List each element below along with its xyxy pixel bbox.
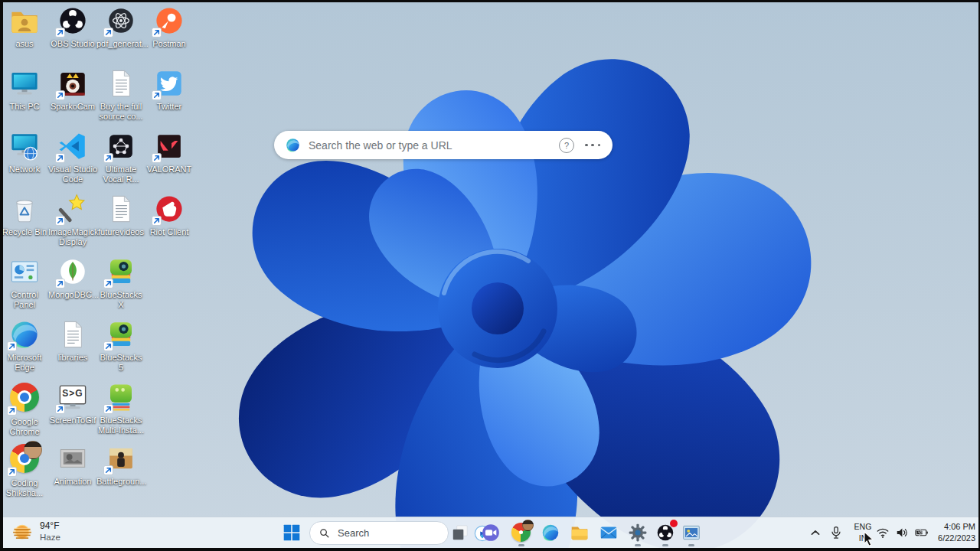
desktop-icon-control-panel[interactable]: Control Panel bbox=[0, 256, 49, 317]
desktop-icon-coding-shiksha[interactable]: Coding Shiksha... bbox=[0, 442, 49, 504]
desktop-icon-label: Control Panel bbox=[0, 290, 49, 310]
desktop-icon-label: Recycle Bin bbox=[0, 227, 49, 237]
desktop-icon-network[interactable]: Network bbox=[0, 130, 49, 191]
desktop-icon-this-pc[interactable]: This PC bbox=[0, 67, 49, 129]
running-indicator bbox=[688, 544, 694, 546]
desktop-icon-riot-client[interactable]: Riot Client bbox=[145, 193, 194, 254]
desktop-icon-animation[interactable]: Animation bbox=[48, 442, 97, 504]
shortcut-arrow-icon bbox=[152, 28, 162, 37]
clock-date: 6/22/2023 bbox=[938, 533, 975, 544]
desktop-icon-label: ImageMagick Display bbox=[48, 227, 97, 247]
shortcut-arrow-icon bbox=[55, 404, 65, 414]
desktop-icon-bluestacks-multi[interactable]: BlueStacks Multi-Insta... bbox=[96, 381, 145, 442]
chrome-profile-avatar bbox=[522, 520, 534, 531]
tray-microphone[interactable] bbox=[828, 525, 844, 540]
desktop-icon-battlegrounds[interactable]: Battlegroun... bbox=[96, 442, 145, 504]
tray-chevron-up[interactable] bbox=[808, 525, 823, 540]
desktop-icon-imagemagick[interactable]: ImageMagick Display bbox=[48, 193, 97, 254]
desktop-icon-sparkocam[interactable]: SparkoCam bbox=[48, 67, 97, 129]
shortcut-arrow-icon bbox=[152, 216, 162, 226]
shortcut-arrow-icon bbox=[7, 341, 17, 351]
letterbox-bottom bbox=[0, 548, 980, 551]
clock-time: 4:06 PM bbox=[938, 521, 975, 533]
taskbar: 94°F Haze bbox=[0, 517, 980, 548]
running-indicator bbox=[662, 544, 668, 546]
desktop-icon-label: MongoDBC... bbox=[48, 290, 97, 300]
shortcut-arrow-icon bbox=[55, 28, 65, 37]
taskbar-app-chrome[interactable] bbox=[511, 523, 531, 543]
desktop-icon-bluestacks-x[interactable]: BlueStacks X bbox=[96, 256, 145, 317]
desktop-icon-label: pdf_generat... bbox=[96, 39, 145, 49]
desktop-icon-asus[interactable]: asus bbox=[0, 5, 49, 66]
gear-icon bbox=[628, 523, 648, 543]
network-globe-icon bbox=[8, 130, 41, 162]
tray-wifi[interactable] bbox=[875, 525, 890, 540]
tray-battery[interactable] bbox=[913, 525, 930, 540]
taskbar-app-settings[interactable] bbox=[628, 523, 648, 543]
desktop-icon-bluestacks-5[interactable]: BlueStacks 5 bbox=[96, 318, 145, 380]
start-button[interactable] bbox=[282, 523, 302, 543]
taskbar-app-edge[interactable] bbox=[541, 523, 560, 543]
taskbar-search-box[interactable] bbox=[309, 521, 449, 545]
screentogif-glyph: S>G bbox=[57, 388, 89, 399]
shortcut-arrow-icon bbox=[103, 404, 113, 414]
wallpaper-bloom bbox=[147, 43, 855, 548]
taskbar-app-media-window[interactable] bbox=[681, 523, 701, 543]
wifi-icon bbox=[875, 525, 890, 540]
notification-badge bbox=[670, 520, 678, 527]
shortcut-arrow-icon bbox=[7, 467, 17, 477]
desktop-icon-label: Ultimate Vocal R... bbox=[96, 165, 145, 184]
shortcut-arrow-icon bbox=[152, 153, 162, 163]
edge-icon bbox=[541, 523, 560, 543]
desktop-icon-futurevideos[interactable]: futurevideos bbox=[96, 193, 145, 254]
desktop-icon-microsoft-edge[interactable]: Microsoft Edge bbox=[0, 318, 49, 380]
shortcut-arrow-icon bbox=[103, 465, 113, 475]
desktop-icon-label: futurevideos bbox=[96, 227, 145, 237]
taskbar-app-file-explorer[interactable] bbox=[570, 523, 590, 543]
desktop-icon-buy-source[interactable]: Buy the full source co... bbox=[96, 67, 145, 129]
weather-widget[interactable]: 94°F Haze bbox=[11, 520, 60, 543]
desktop-icon-label: Animation bbox=[48, 477, 97, 487]
user-folder-icon bbox=[8, 5, 41, 37]
clock[interactable]: 4:06 PM 6/22/2023 bbox=[938, 521, 975, 545]
search-icon bbox=[318, 527, 330, 539]
desktop-icon-ultimate-vocal[interactable]: Ultimate Vocal R... bbox=[96, 130, 145, 191]
taskbar-app-mail[interactable] bbox=[599, 523, 619, 543]
desktop-icon-label: SparkoCam bbox=[48, 102, 97, 112]
letterbox-top bbox=[0, 0, 980, 2]
letterbox-left bbox=[0, 0, 3, 551]
desktop-icon-google-chrome[interactable]: Google Chrome bbox=[0, 381, 49, 442]
desktop-icon-label: Postman bbox=[145, 39, 194, 49]
desktop-icon-vscode[interactable]: Visual Studio Code bbox=[48, 130, 97, 191]
desktop-icon-obs-studio[interactable]: OBS Studio bbox=[48, 5, 97, 66]
taskbar-app-obs[interactable] bbox=[655, 523, 675, 543]
desktop-icon-label: asus bbox=[0, 39, 49, 49]
desktop-icon-label: ScreenToGif bbox=[48, 416, 97, 425]
web-search-input[interactable] bbox=[307, 139, 559, 152]
taskbar-app-video-recorder[interactable] bbox=[481, 523, 501, 543]
document-icon bbox=[105, 67, 137, 99]
tray-volume[interactable] bbox=[894, 525, 910, 540]
microphone-icon bbox=[828, 525, 844, 540]
weather-temp: 94°F bbox=[40, 520, 60, 532]
desktop-icon-pdf-generator[interactable]: pdf_generat... bbox=[96, 5, 145, 66]
help-icon[interactable]: ? bbox=[559, 138, 574, 153]
mail-envelope-icon bbox=[599, 523, 619, 543]
running-indicator bbox=[635, 544, 641, 546]
desktop-icon-label: Coding Shiksha... bbox=[0, 478, 49, 498]
taskbar-app-layers[interactable] bbox=[450, 523, 470, 543]
shortcut-arrow-icon bbox=[55, 90, 65, 100]
desktop-icon-label: BlueStacks 5 bbox=[96, 353, 145, 373]
desktop-icon-recycle-bin[interactable]: Recycle Bin bbox=[0, 193, 49, 254]
more-options-icon[interactable] bbox=[585, 144, 600, 147]
desktop-icon-label: Riot Client bbox=[145, 227, 194, 237]
shortcut-arrow-icon bbox=[103, 279, 113, 289]
desktop-icon-mongodb[interactable]: MongoDBC... bbox=[48, 256, 97, 317]
desktop-icon-label: libraries bbox=[48, 353, 97, 363]
desktop-icon-libraries[interactable]: libraries bbox=[48, 318, 97, 380]
desktop-icon-twitter[interactable]: Twitter bbox=[145, 67, 194, 129]
desktop-icon-screentogif[interactable]: S>G ScreenToGif bbox=[48, 381, 97, 442]
desktop-icon-postman[interactable]: Postman bbox=[145, 5, 194, 66]
desktop-icon-valorant[interactable]: VALORANT bbox=[145, 130, 194, 191]
edge-search-widget[interactable]: ? bbox=[274, 131, 612, 159]
